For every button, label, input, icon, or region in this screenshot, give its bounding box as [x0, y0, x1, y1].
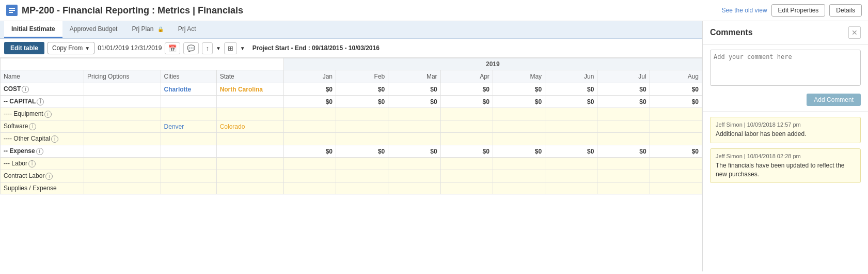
row-cost-aug: $0 [650, 83, 702, 96]
row-software-feb [336, 120, 388, 133]
row-contract-labor-aug [650, 170, 702, 182]
row-capital-jul: $0 [597, 96, 650, 108]
chevron-down-icon-export[interactable]: ▼ [216, 45, 221, 51]
row-expense-jun: $0 [545, 145, 597, 158]
row-state-cost[interactable]: North Carolina [216, 83, 283, 96]
lock-icon: 🔒 [157, 26, 164, 32]
state-link[interactable]: North Carolina [220, 86, 263, 93]
comment-icon[interactable]: 💬 [183, 42, 199, 54]
row-other-capital-feb [336, 133, 388, 145]
details-button[interactable]: Details [829, 4, 862, 17]
row-expense-apr: $0 [440, 145, 493, 158]
tab-bar: Initial Estimate Approved Budget Prj Pla… [0, 21, 702, 39]
col-feb: Feb [336, 70, 388, 83]
info-icon[interactable]: i [29, 123, 36, 130]
row-state-equipment [216, 108, 283, 120]
row-software-apr [440, 120, 493, 133]
row-cities-cost[interactable]: Charlotte [161, 83, 216, 96]
row-capital-aug: $0 [650, 96, 702, 108]
row-state-software[interactable]: Colorado [216, 120, 283, 133]
main-layout: Initial Estimate Approved Budget Prj Pla… [0, 21, 868, 271]
tab-approved-budget[interactable]: Approved Budget [62, 21, 125, 38]
toolbar: Edit table Copy From ▼ 01/01/2019 12/31/… [0, 39, 702, 58]
row-pricing-contract-labor [84, 170, 161, 182]
date-start: 01/01/2019 [98, 44, 129, 52]
comment-meta: Jeff Simon | 10/04/2018 02:28 pm [716, 153, 855, 159]
project-date-range: Project Start - End : 09/18/2015 - 10/03… [252, 44, 380, 52]
info-icon[interactable]: i [51, 135, 58, 143]
row-other-capital-apr [440, 133, 493, 145]
city-link[interactable]: Denver [164, 123, 184, 130]
comment-item: Jeff Simon | 10/09/2018 12:57 pm Additio… [710, 117, 861, 143]
calendar-icon[interactable]: 📅 [165, 42, 180, 54]
row-state-labor [216, 158, 283, 170]
edit-table-button[interactable]: Edit table [4, 42, 44, 54]
row-labor-apr [440, 158, 493, 170]
tab-prj-act[interactable]: Prj Act [171, 21, 203, 38]
project-start-date: 09/18/2015 [312, 44, 343, 52]
tab-initial-estimate[interactable]: Initial Estimate [4, 21, 62, 38]
chevron-down-icon-grid[interactable]: ▼ [240, 45, 245, 51]
row-cities-supplies [161, 182, 216, 194]
col-aug: Aug [650, 70, 702, 83]
col-jul: Jul [597, 70, 650, 83]
row-cities-expense [161, 145, 216, 158]
add-comment-button[interactable]: Add Comment [807, 94, 861, 106]
col-name: Name [1, 70, 84, 83]
comment-text: The financials have been updated to refl… [716, 161, 855, 179]
row-name-contract-labor: Contract Labori [1, 170, 84, 182]
close-comments-button[interactable]: ✕ [848, 26, 861, 39]
row-name-cost: COSTi [1, 83, 84, 96]
row-other-capital-jun [545, 133, 597, 145]
info-icon[interactable]: i [36, 148, 43, 155]
row-cost-jul: $0 [597, 83, 650, 96]
export-icon[interactable]: ↑ [202, 42, 213, 54]
copy-from-dropdown[interactable]: Copy From ▼ [48, 42, 94, 54]
see-old-view-link[interactable]: See the old view [722, 7, 767, 14]
row-other-capital-aug [650, 133, 702, 145]
col-cities: Cities [161, 70, 216, 83]
row-pricing-cost [84, 83, 161, 96]
row-labor-may [493, 158, 545, 170]
comment-meta: Jeff Simon | 10/09/2018 12:57 pm [716, 121, 855, 128]
info-icon[interactable]: i [22, 86, 29, 93]
date-range: 01/01/2019 12/31/2019 [98, 44, 162, 52]
row-state-supplies [216, 182, 283, 194]
grid-icon[interactable]: ⊞ [224, 42, 237, 54]
row-contract-labor-may [493, 170, 545, 182]
row-equipment-jun [545, 108, 597, 120]
row-other-capital-jan [283, 133, 336, 145]
comment-textarea[interactable] [710, 50, 861, 86]
row-other-capital-jul [597, 133, 650, 145]
row-capital-mar: $0 [388, 96, 440, 108]
row-cost-may: $0 [493, 83, 545, 96]
row-cost-jun: $0 [545, 83, 597, 96]
row-software-jun [545, 120, 597, 133]
info-icon[interactable]: i [45, 173, 53, 180]
row-equipment-mar [388, 108, 440, 120]
header-actions: See the old view Edit Properties Details [722, 4, 862, 17]
row-cities-software[interactable]: Denver [161, 120, 216, 133]
info-icon[interactable]: i [28, 160, 36, 168]
tab-prj-plan[interactable]: Prj Plan 🔒 [124, 21, 170, 38]
row-cities-contract-labor [161, 170, 216, 182]
header: MP-200 - Financial Reporting : Metrics |… [0, 0, 868, 21]
info-icon[interactable]: i [37, 98, 44, 105]
row-labor-jan [283, 158, 336, 170]
state-link[interactable]: Colorado [220, 123, 245, 130]
row-equipment-aug [650, 108, 702, 120]
edit-properties-button[interactable]: Edit Properties [771, 4, 826, 17]
row-capital-jan: $0 [283, 96, 336, 108]
row-expense-jul: $0 [597, 145, 650, 158]
city-link[interactable]: Charlotte [164, 86, 192, 93]
col-state: State [216, 70, 283, 83]
page-icon [6, 5, 18, 16]
row-contract-labor-mar [388, 170, 440, 182]
row-state-contract-labor [216, 170, 283, 182]
row-pricing-software [84, 120, 161, 133]
col-may: May [493, 70, 545, 83]
row-contract-labor-jun [545, 170, 597, 182]
row-expense-aug: $0 [650, 145, 702, 158]
info-icon[interactable]: i [44, 111, 52, 118]
svg-rect-1 [9, 8, 15, 9]
